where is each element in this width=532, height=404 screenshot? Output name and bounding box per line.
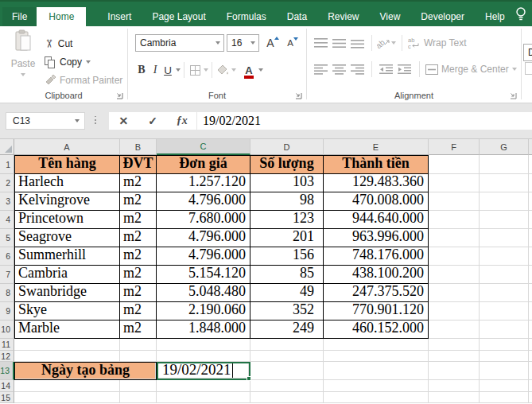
cell-F5[interactable] (429, 229, 480, 247)
cell-D13[interactable] (250, 362, 324, 380)
column-header-D[interactable]: D (250, 139, 324, 155)
cell-F11[interactable] (429, 339, 480, 351)
tab-review[interactable]: Review (319, 7, 367, 26)
tab-insert[interactable]: Insert (99, 7, 140, 26)
cancel-icon[interactable]: ✕ (109, 115, 138, 127)
decrease-indent-button[interactable] (379, 64, 393, 75)
cell-E3[interactable]: 470.008.000 (324, 192, 429, 211)
formula-bar-resize-dots[interactable] (95, 116, 96, 126)
tab-file[interactable]: File (2, 7, 37, 26)
cell-D15[interactable] (250, 392, 324, 403)
row-header-1[interactable]: 1 (0, 155, 14, 174)
paste-button[interactable]: Paste (6, 29, 40, 99)
cell-G14[interactable] (480, 380, 529, 392)
cell-C9[interactable]: 2.190.060 (157, 302, 250, 320)
align-bottom-button[interactable] (351, 38, 364, 49)
fill-color-button[interactable] (216, 61, 230, 79)
column-header-F[interactable]: F (429, 139, 480, 155)
name-box[interactable]: C13 (6, 112, 85, 130)
cell-A3[interactable]: Kelvingrove (14, 192, 120, 211)
cell-A4[interactable]: Princetown (14, 211, 120, 229)
cell-G10[interactable] (480, 320, 529, 339)
tab-data[interactable]: Data (278, 7, 316, 26)
cell-A10[interactable]: Marble (14, 320, 120, 339)
cell-E5[interactable]: 963.996.000 (324, 229, 429, 247)
cell-G8[interactable] (480, 284, 529, 302)
cell-D6[interactable]: 156 (250, 247, 324, 266)
row-header-13[interactable]: 13 (0, 362, 14, 380)
cell-D10[interactable]: 249 (250, 320, 324, 339)
cell-F13[interactable] (429, 362, 480, 380)
row-header-15[interactable]: 15 (0, 392, 14, 403)
enter-icon[interactable]: ✓ (138, 115, 168, 127)
cell-B9[interactable]: m2 (120, 302, 157, 320)
cell-E6[interactable]: 748.176.000 (324, 247, 429, 266)
fill-handle[interactable] (247, 376, 251, 381)
cell-F6[interactable] (429, 247, 480, 266)
decrease-font-size-button[interactable]: A (284, 34, 301, 52)
tell-me-lightbulb-icon[interactable] (513, 6, 529, 23)
italic-button[interactable]: I (149, 61, 161, 79)
copy-button[interactable]: Copy (45, 54, 91, 70)
bold-button[interactable]: B (134, 61, 149, 79)
cell-E8[interactable]: 247.375.520 (324, 284, 429, 302)
align-center-button[interactable] (332, 64, 346, 75)
row-header-3[interactable]: 3 (0, 192, 14, 211)
font-dialog-launcher[interactable] (294, 91, 302, 99)
number-format-combo[interactable]: D (523, 44, 532, 61)
column-header-E[interactable]: E (324, 139, 429, 155)
cell-B10[interactable]: m2 (120, 320, 157, 339)
cell-E15[interactable] (324, 392, 429, 403)
align-left-button[interactable] (314, 64, 328, 75)
cell-B5[interactable]: m2 (120, 229, 157, 247)
cell-G9[interactable] (480, 302, 529, 320)
cell-A9[interactable]: Skye (14, 302, 120, 320)
cell-E13[interactable] (324, 362, 429, 380)
cell-G4[interactable] (480, 211, 529, 229)
cell-A13-merged[interactable]: Ngày tạo bảng (14, 362, 157, 380)
row-header-12[interactable]: 12 (0, 351, 14, 362)
cell-B6[interactable]: m2 (120, 247, 157, 266)
cell-D2[interactable]: 103 (250, 174, 324, 192)
cell-G13[interactable] (480, 362, 529, 380)
align-right-button[interactable] (351, 64, 364, 75)
cell-G5[interactable] (480, 229, 529, 247)
cell-G11[interactable] (480, 339, 529, 351)
cell-F10[interactable] (429, 320, 480, 339)
insert-function-icon[interactable]: ƒx (167, 115, 196, 127)
cell-A5[interactable]: Seagrove (14, 229, 120, 247)
cell-C3[interactable]: 4.796.000 (157, 192, 250, 211)
align-top-button[interactable] (314, 38, 328, 49)
cell-B1[interactable]: ĐVT (120, 155, 157, 174)
select-all-corner[interactable] (0, 139, 14, 155)
tab-formulas[interactable]: Formulas (218, 7, 275, 26)
cell-C8[interactable]: 5.048.480 (157, 284, 250, 302)
row-header-2[interactable]: 2 (0, 174, 14, 192)
cell-D5[interactable]: 201 (250, 229, 324, 247)
cell-B14[interactable] (120, 380, 157, 392)
cell-G6[interactable] (480, 247, 529, 266)
cell-F8[interactable] (429, 284, 480, 302)
cell-E14[interactable] (324, 380, 429, 392)
borders-button[interactable] (188, 61, 202, 79)
cell-B4[interactable]: m2 (120, 211, 157, 229)
orientation-button[interactable]: ab (377, 37, 396, 49)
cell-E9[interactable]: 770.901.120 (324, 302, 429, 320)
cell-A15[interactable] (14, 392, 120, 403)
cell-F2[interactable] (429, 174, 480, 192)
cell-D8[interactable]: 49 (250, 284, 324, 302)
font-name-combo[interactable]: Cambria (135, 34, 224, 52)
cell-G7[interactable] (480, 266, 529, 284)
cell-D1[interactable]: Số lượng (250, 155, 324, 174)
cell-B12[interactable] (120, 351, 157, 362)
row-header-6[interactable]: 6 (0, 247, 14, 266)
cell-F3[interactable] (429, 192, 480, 211)
cell-C2[interactable]: 1.257.120 (157, 174, 250, 192)
column-header-C[interactable]: C (157, 139, 250, 155)
cell-D7[interactable]: 85 (250, 266, 324, 284)
cell-F14[interactable] (429, 380, 480, 392)
underline-button[interactable]: U (161, 61, 174, 79)
cell-A8[interactable]: Swanbridge (14, 284, 120, 302)
cell-G2[interactable] (480, 174, 529, 192)
cell-D12[interactable] (250, 351, 324, 362)
